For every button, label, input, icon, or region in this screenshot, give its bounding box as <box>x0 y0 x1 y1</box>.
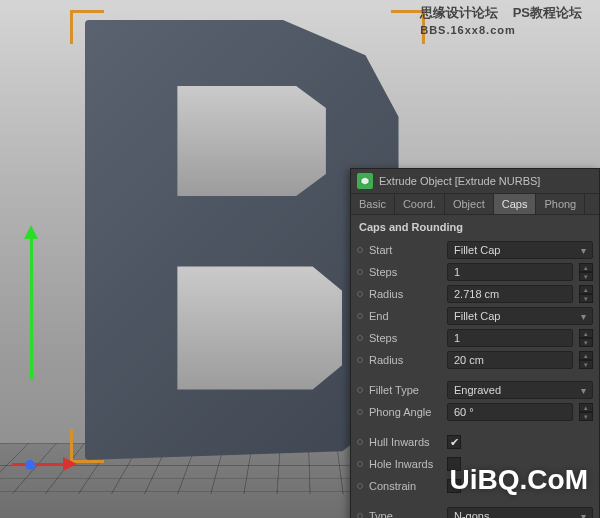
label-constrain: Constrain <box>369 480 441 492</box>
input-radius1[interactable]: 2.718 cm <box>447 285 573 303</box>
spinner-radius2[interactable]: ▴▾ <box>579 351 593 369</box>
section-caps-rounding: Caps and Rounding <box>351 215 599 239</box>
select-end-value: Fillet Cap <box>454 310 500 322</box>
panel-title: Extrude Object [Extrude NURBS] <box>379 175 540 187</box>
input-radius2[interactable]: 20 cm <box>447 351 573 369</box>
spinner-steps2[interactable]: ▴▾ <box>579 329 593 347</box>
extrude-icon <box>357 173 373 189</box>
spinner-radius1[interactable]: ▴▾ <box>579 285 593 303</box>
keyframe-dot[interactable] <box>357 513 363 518</box>
axis-z-icon[interactable] <box>25 460 35 470</box>
chevron-down-icon: ▾ <box>581 311 586 322</box>
watermark-top-url: BBS.16xx8.com <box>420 24 516 36</box>
label-type: Type <box>369 510 441 518</box>
label-start: Start <box>369 244 441 256</box>
spinner-phong-angle[interactable]: ▴▾ <box>579 403 593 421</box>
tab-object[interactable]: Object <box>445 194 494 214</box>
keyframe-dot[interactable] <box>357 409 363 415</box>
tab-coord[interactable]: Coord. <box>395 194 445 214</box>
label-fillet-type: Fillet Type <box>369 384 441 396</box>
input-phong-angle[interactable]: 60 ° <box>447 403 573 421</box>
select-type-value: N-gons <box>454 510 489 518</box>
select-fillet-type[interactable]: Engraved▾ <box>447 381 593 399</box>
chevron-down-icon: ▾ <box>581 385 586 396</box>
keyframe-dot[interactable] <box>357 335 363 341</box>
tab-phong[interactable]: Phong <box>536 194 585 214</box>
keyframe-dot[interactable] <box>357 439 363 445</box>
label-hull-inwards: Hull Inwards <box>369 436 441 448</box>
tab-caps[interactable]: Caps <box>494 194 537 214</box>
selection-bracket-tl <box>70 10 104 44</box>
spinner-steps1[interactable]: ▴▾ <box>579 263 593 281</box>
panel-header: Extrude Object [Extrude NURBS] <box>351 169 599 194</box>
input-steps1[interactable]: 1 <box>447 263 573 281</box>
chevron-down-icon: ▾ <box>581 245 586 256</box>
label-hole-inwards: Hole Inwards <box>369 458 441 470</box>
axis-y-icon[interactable] <box>30 230 33 380</box>
tab-basic[interactable]: Basic <box>351 194 395 214</box>
watermark-top-left: 思缘设计论坛 <box>420 5 498 20</box>
label-phong-angle: Phong Angle <box>369 406 441 418</box>
label-steps1: Steps <box>369 266 441 278</box>
input-steps2[interactable]: 1 <box>447 329 573 347</box>
watermark-top-right: PS教程论坛 <box>513 5 582 20</box>
keyframe-dot[interactable] <box>357 269 363 275</box>
chevron-down-icon: ▾ <box>581 511 586 519</box>
letter-hole-upper <box>177 86 326 196</box>
label-radius2: Radius <box>369 354 441 366</box>
keyframe-dot[interactable] <box>357 461 363 467</box>
keyframe-dot[interactable] <box>357 357 363 363</box>
keyframe-dot[interactable] <box>357 483 363 489</box>
label-end: End <box>369 310 441 322</box>
select-end[interactable]: Fillet Cap▾ <box>447 307 593 325</box>
tab-bar: Basic Coord. Object Caps Phong <box>351 194 599 215</box>
keyframe-dot[interactable] <box>357 387 363 393</box>
watermark-top: 思缘设计论坛 PS教程论坛 BBS.16xx8.com <box>420 4 582 37</box>
keyframe-dot[interactable] <box>357 291 363 297</box>
label-radius1: Radius <box>369 288 441 300</box>
keyframe-dot[interactable] <box>357 313 363 319</box>
select-start-value: Fillet Cap <box>454 244 500 256</box>
axis-x-icon[interactable] <box>12 463 72 466</box>
checkbox-hull-inwards[interactable]: ✔ <box>447 435 461 449</box>
letter-hole-lower <box>177 266 342 389</box>
keyframe-dot[interactable] <box>357 247 363 253</box>
watermark-bottom: UiBQ.CoM <box>450 464 588 496</box>
label-steps2: Steps <box>369 332 441 344</box>
select-start[interactable]: Fillet Cap▾ <box>447 241 593 259</box>
select-fillet-type-value: Engraved <box>454 384 501 396</box>
select-type[interactable]: N-gons▾ <box>447 507 593 518</box>
